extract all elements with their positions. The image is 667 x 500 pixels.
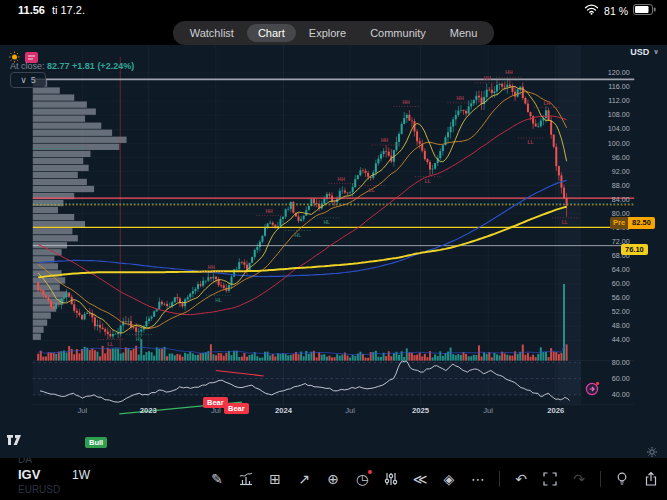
svg-text:HH: HH — [208, 265, 216, 270]
at-close-row: At close: 82.77 +1.81 (+2.24%) — [10, 61, 134, 71]
undo-icon[interactable]: ↶ — [513, 471, 529, 487]
alert-icon[interactable]: ◷ — [354, 471, 370, 487]
legend-count: 5 — [31, 75, 36, 85]
symbol-picker-ghost-next: EURUSD — [18, 484, 60, 495]
chart-type-icon[interactable] — [383, 471, 399, 487]
svg-text:100.00: 100.00 — [608, 139, 630, 148]
svg-text:2025: 2025 — [412, 406, 430, 415]
svg-text:LL: LL — [369, 188, 375, 193]
volume-profile-bar — [33, 87, 60, 93]
svg-text:Jul: Jul — [483, 406, 493, 415]
svg-text:108.00: 108.00 — [608, 110, 630, 119]
object-tree-icon[interactable]: ◈ — [441, 471, 457, 487]
templates-icon[interactable]: ⊞ — [267, 471, 283, 487]
svg-text:112.00: 112.00 — [608, 96, 630, 105]
go-to-realtime-button[interactable] — [585, 381, 600, 396]
moving-average-line — [38, 86, 566, 333]
svg-text:96.00: 96.00 — [612, 153, 630, 162]
volume-profile-bar — [33, 312, 51, 318]
volume-profile-bar — [33, 186, 94, 192]
fullscreen-icon[interactable] — [542, 471, 558, 487]
svg-text:LL: LL — [425, 179, 431, 184]
volume-profile-bar — [33, 319, 47, 325]
svg-text:64.00: 64.00 — [612, 265, 630, 274]
svg-text:HH: HH — [381, 138, 389, 143]
alert-active-dot — [368, 470, 372, 474]
add-symbol-icon[interactable]: ⊕ — [325, 471, 341, 487]
svg-text:HL: HL — [136, 337, 143, 342]
svg-text:LL: LL — [528, 140, 534, 145]
bar-replay-icon[interactable]: ≪ — [412, 471, 428, 487]
svg-text:2024: 2024 — [275, 406, 293, 415]
bull-label: Bull — [85, 437, 107, 448]
svg-text:HH: HH — [484, 76, 492, 81]
moving-average-line — [38, 180, 566, 276]
svg-text:116.00: 116.00 — [608, 82, 630, 91]
volume-profile-bar — [33, 172, 78, 178]
status-time: 11.56 — [18, 4, 45, 16]
volume-profile-bar — [33, 94, 74, 100]
nav-tab-menu[interactable]: Menu — [439, 24, 489, 42]
tradingview-logo — [7, 431, 24, 449]
chevron-down-icon: ∨ — [20, 75, 27, 85]
svg-text:HH: HH — [403, 100, 411, 105]
nav-tab-watchlist[interactable]: Watchlist — [179, 24, 245, 42]
nav-tab-chart[interactable]: Chart — [247, 24, 296, 42]
svg-text:92.00: 92.00 — [612, 167, 630, 176]
nav-tab-community[interactable]: Community — [359, 24, 437, 42]
svg-text:120.00: 120.00 — [608, 68, 630, 77]
svg-text:LL: LL — [107, 342, 113, 347]
close-change: +1.81 — [72, 61, 95, 71]
price-chart-canvas[interactable]: LLHLHHHLHHHLHLHHLLHHHHLLHHHHHHLLLHLL120.… — [0, 45, 667, 458]
volume-profile-bar — [33, 137, 127, 143]
share-icon[interactable] — [643, 471, 659, 487]
volume-profile-bar — [33, 130, 112, 136]
pre-label: Pre — [610, 217, 628, 229]
symbol-button[interactable]: IGV — [18, 467, 40, 482]
status-indicators: 81 % — [584, 4, 657, 17]
nav-tab-explore[interactable]: Explore — [298, 24, 357, 42]
svg-text:Jul: Jul — [77, 406, 87, 415]
caret-icon: ∨ — [653, 48, 659, 56]
volume-profile-bar — [33, 263, 58, 269]
svg-text:80.00: 80.00 — [612, 358, 630, 367]
volume-profile-bar — [33, 221, 85, 227]
volume-profile-bar — [33, 228, 73, 234]
svg-text:HH: HH — [338, 177, 346, 182]
chart-pane[interactable]: LLHLHHHLHHHLHLHHLLHHHHLLHHHHHHLLLHLL120.… — [0, 45, 667, 458]
ideas-icon[interactable] — [614, 471, 630, 487]
status-time-date: 11.56 ti 17.2. — [18, 4, 85, 16]
at-close-label: At close: — [10, 61, 45, 71]
svg-text:2023: 2023 — [140, 406, 157, 415]
svg-text:HH: HH — [457, 96, 465, 101]
currency-axis-header[interactable]: USD ∨ — [630, 47, 659, 57]
volume-profile-bar — [33, 101, 87, 107]
symbol-picker-ghost-prev: DA — [18, 458, 32, 465]
redo-icon[interactable]: ↷ — [571, 471, 587, 487]
svg-text:LL: LL — [562, 220, 568, 225]
svg-text:60.00: 60.00 — [612, 374, 630, 383]
draw-icon[interactable]: ✎ — [209, 471, 225, 487]
volume-profile-bar — [33, 108, 96, 114]
volume-profile-bar — [33, 116, 85, 122]
volume-profile-bar — [33, 165, 89, 171]
svg-text:HL: HL — [215, 298, 222, 303]
axis-settings-button[interactable] — [645, 445, 659, 458]
more-icon[interactable]: ⋯ — [470, 471, 486, 487]
interval-button[interactable]: 1W — [72, 468, 90, 482]
level-price-badge: 76.10 — [621, 244, 648, 255]
status-date: ti 17.2. — [52, 4, 85, 16]
volume-profile-bar — [33, 327, 44, 333]
svg-text:Jul: Jul — [345, 406, 355, 415]
legend-collapse-dropdown[interactable]: ∨ 5 — [10, 72, 46, 88]
svg-text:HL: HL — [323, 220, 330, 225]
indicators-icon[interactable] — [238, 471, 254, 487]
volume-profile-bar — [33, 214, 74, 220]
svg-text:HH: HH — [505, 70, 513, 75]
volume-profile-bar — [33, 284, 60, 290]
moving-average-line — [38, 92, 566, 329]
svg-text:56.00: 56.00 — [612, 293, 630, 302]
svg-text:84.00: 84.00 — [612, 195, 630, 204]
svg-text:HL: HL — [295, 233, 302, 238]
compare-icon[interactable]: ↗ — [296, 471, 312, 487]
